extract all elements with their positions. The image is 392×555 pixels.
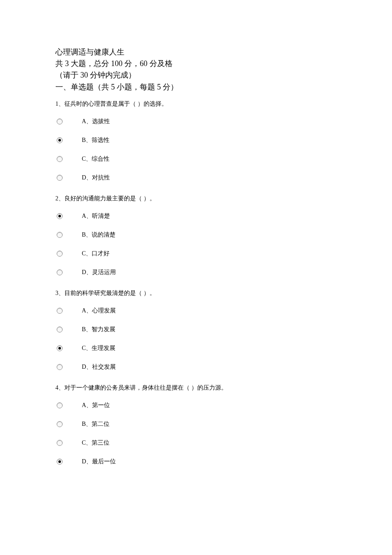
exam-title: 心理调适与健康人生 [55, 47, 337, 58]
exam-time-note: （请于 30 分钟内完成） [55, 70, 337, 81]
option-row[interactable]: B、第二位 [55, 415, 337, 434]
option-label: D、社交发展 [82, 363, 116, 371]
question-text: 2、良好的沟通能力最主要的是（ ）。 [55, 195, 337, 202]
options-list: A、听清楚B、说的清楚C、口才好D、灵活运用 [55, 207, 337, 282]
option-label: D、最后一位 [82, 458, 116, 465]
option-label: D、对抗性 [82, 174, 110, 182]
option-label: A、听清楚 [82, 212, 110, 220]
radio-button[interactable] [55, 155, 64, 163]
options-list: A、第一位B、第二位C、第三位D、最后一位 [55, 396, 337, 471]
options-list: A、心理发展B、智力发展C、生理发展D、社交发展 [55, 301, 337, 376]
option-label: A、选拔性 [82, 118, 110, 125]
radio-button[interactable] [55, 136, 64, 145]
section-heading: 一、单选题（共 5 小题，每题 5 分） [55, 82, 337, 92]
option-label: B、筛选性 [82, 136, 110, 144]
radio-button[interactable] [55, 212, 64, 220]
radio-button[interactable] [55, 420, 64, 428]
question-text: 3、目前的科学研究最清楚的是（ ）。 [55, 289, 337, 297]
option-row[interactable]: B、说的清楚 [55, 225, 337, 244]
option-label: C、生理发展 [82, 344, 115, 352]
option-label: B、智力发展 [82, 326, 115, 333]
radio-button[interactable] [55, 344, 64, 353]
option-row[interactable]: B、智力发展 [55, 320, 337, 339]
option-row[interactable]: D、最后一位 [55, 452, 337, 471]
option-label: C、第三位 [82, 439, 110, 447]
option-row[interactable]: A、选拔性 [55, 112, 337, 131]
options-list: A、选拔性B、筛选性C、综合性D、对抗性 [55, 112, 337, 187]
option-row[interactable]: D、灵活运用 [55, 263, 337, 282]
option-label: D、灵活运用 [82, 269, 116, 276]
option-row[interactable]: C、口才好 [55, 244, 337, 263]
question-text: 4、对于一个健康的公务员来讲，身体往往是摆在（ ）的压力源。 [55, 384, 337, 392]
radio-button[interactable] [55, 439, 64, 447]
option-label: B、第二位 [82, 420, 110, 428]
option-label: C、口才好 [82, 250, 110, 257]
option-row[interactable]: D、社交发展 [55, 358, 337, 376]
option-row[interactable]: C、第三位 [55, 434, 337, 452]
option-row[interactable]: A、听清楚 [55, 207, 337, 225]
option-row[interactable]: A、第一位 [55, 396, 337, 415]
option-row[interactable]: C、生理发展 [55, 339, 337, 358]
radio-button[interactable] [55, 249, 64, 258]
option-row[interactable]: D、对抗性 [55, 168, 337, 187]
question-block: 3、目前的科学研究最清楚的是（ ）。A、心理发展B、智力发展C、生理发展D、社交… [55, 289, 337, 376]
option-row[interactable]: B、筛选性 [55, 131, 337, 150]
option-label: A、第一位 [82, 402, 110, 409]
radio-button[interactable] [55, 457, 64, 466]
radio-button[interactable] [55, 268, 64, 277]
question-text: 1、征兵时的心理普查是属于（ ）的选择。 [55, 100, 337, 108]
page: 心理调适与健康人生 共 3 大题，总分 100 分，60 分及格 （请于 30 … [0, 0, 337, 471]
option-row[interactable]: A、心理发展 [55, 301, 337, 320]
option-label: A、心理发展 [82, 307, 116, 315]
question-block: 4、对于一个健康的公务员来讲，身体往往是摆在（ ）的压力源。A、第一位B、第二位… [55, 384, 337, 471]
question-block: 1、征兵时的心理普查是属于（ ）的选择。A、选拔性B、筛选性C、综合性D、对抗性 [55, 100, 337, 187]
question-block: 2、良好的沟通能力最主要的是（ ）。A、听清楚B、说的清楚C、口才好D、灵活运用 [55, 195, 337, 282]
option-row[interactable]: C、综合性 [55, 150, 337, 168]
option-label: C、综合性 [82, 155, 110, 163]
radio-button[interactable] [55, 231, 64, 239]
radio-button[interactable] [55, 173, 64, 182]
exam-summary: 共 3 大题，总分 100 分，60 分及格 [55, 58, 337, 69]
option-label: B、说的清楚 [82, 231, 115, 239]
radio-button[interactable] [55, 363, 64, 371]
radio-button[interactable] [55, 306, 64, 315]
radio-button[interactable] [55, 117, 64, 126]
radio-button[interactable] [55, 401, 64, 410]
questions-container: 1、征兵时的心理普查是属于（ ）的选择。A、选拔性B、筛选性C、综合性D、对抗性… [55, 100, 337, 471]
radio-button[interactable] [55, 325, 64, 334]
